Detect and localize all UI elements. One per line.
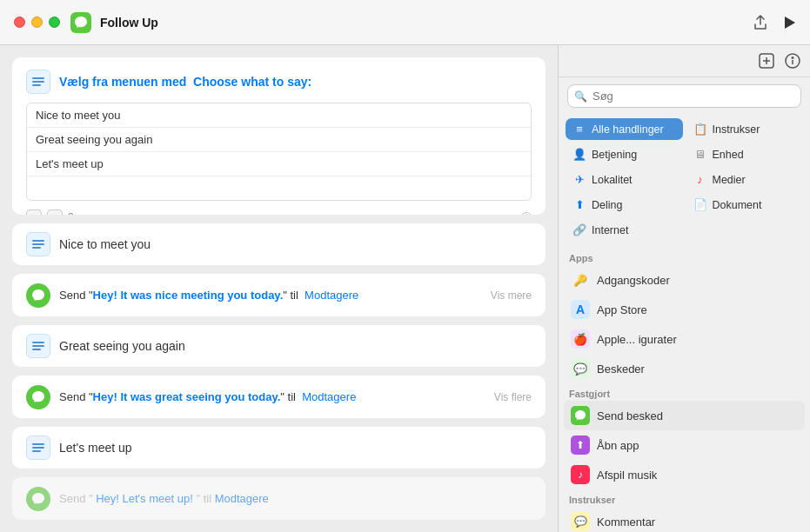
- category-grid: ≡ Alle handlinger 📋 Instrukser 👤 Betjeni…: [559, 115, 810, 248]
- svg-rect-6: [32, 247, 41, 249]
- title-actions: [753, 15, 796, 30]
- close-button[interactable]: [14, 17, 25, 28]
- step-label-2: Great seeing you again: [12, 325, 546, 368]
- action-adgangskoder[interactable]: 🔑 Adgangskoder: [564, 265, 805, 295]
- add-item-button[interactable]: +: [26, 209, 42, 215]
- internet-icon: 🔗: [572, 223, 586, 236]
- window-title: Follow Up: [100, 16, 753, 30]
- svg-point-18: [792, 57, 793, 59]
- dokument-icon: 📄: [693, 198, 707, 211]
- category-betjening-label: Betjening: [592, 149, 637, 161]
- left-panel: Vælg fra menuen med Choose what to say: …: [0, 45, 558, 532]
- category-lokalitet[interactable]: ✈ Lokalitet: [566, 169, 683, 190]
- apple-igurater-label: Apple... igurater: [597, 333, 677, 346]
- adgangskoder-label: Adgangskoder: [597, 274, 670, 287]
- vis-mere-2[interactable]: Vis flere: [494, 391, 532, 403]
- action-beskeder[interactable]: 💬 Beskeder: [564, 354, 805, 383]
- search-input[interactable]: [567, 84, 801, 108]
- svg-rect-12: [32, 450, 41, 452]
- app-icon: [70, 12, 91, 33]
- category-medier-label: Medier: [713, 174, 746, 186]
- choose-menu-icon: [26, 70, 50, 94]
- medier-icon: ♪: [693, 173, 707, 186]
- svg-rect-3: [32, 84, 41, 86]
- svg-rect-4: [32, 240, 44, 242]
- right-panel-header: [559, 45, 810, 77]
- afspil-musik-icon: ♪: [571, 465, 590, 484]
- remove-item-button[interactable]: —: [47, 209, 63, 215]
- action-apple-igurater[interactable]: 🍎 Apple... igurater: [564, 324, 805, 354]
- step-label-text-3: Let's meet up: [59, 441, 132, 455]
- svg-rect-9: [32, 349, 41, 350]
- search-box: 🔍: [567, 84, 801, 108]
- category-deling-label: Deling: [592, 199, 622, 211]
- category-internet[interactable]: 🔗 Internet: [566, 219, 683, 241]
- category-internet-label: Internet: [592, 224, 628, 236]
- action-send-besked[interactable]: Send besked: [564, 401, 805, 430]
- traffic-lights: [14, 17, 60, 28]
- choose-menu-header: Vælg fra menuen med Choose what to say:: [26, 70, 532, 94]
- play-button[interactable]: [782, 16, 796, 30]
- menu-footer: + — 3 emner ⓘ: [26, 208, 532, 215]
- send-recipient-2[interactable]: Modtagere: [302, 390, 356, 403]
- action-appstore[interactable]: A App Store: [564, 295, 805, 324]
- category-instrukser-label: Instrukser: [713, 123, 760, 136]
- category-all-label: Alle handlinger: [592, 123, 664, 136]
- category-medier[interactable]: ♪ Medier: [686, 169, 804, 190]
- step-icon-2: [26, 334, 50, 358]
- afspil-musik-label: Afspil musik: [597, 469, 657, 482]
- step-label-text-2: Great seeing you again: [59, 339, 185, 353]
- info-icon[interactable]: ⓘ: [521, 210, 532, 215]
- send-message-1: Hey! It was nice meeting you today.: [93, 289, 284, 302]
- info-button[interactable]: [784, 52, 801, 70]
- category-dokument-label: Dokument: [713, 199, 762, 211]
- main-container: Vælg fra menuen med Choose what to say: …: [0, 0, 810, 532]
- category-lokalitet-label: Lokalitet: [592, 174, 633, 186]
- step-label-1: Nice to meet you: [12, 223, 546, 266]
- category-dokument[interactable]: 📄 Dokument: [686, 194, 804, 216]
- category-instrukser[interactable]: 📋 Instrukser: [686, 118, 804, 140]
- step-label-3: Let's meet up: [12, 427, 546, 469]
- category-all[interactable]: ≡ Alle handlinger: [566, 118, 683, 140]
- choose-menu-static: Vælg fra menuen med: [59, 75, 186, 89]
- section-apps-header: Apps: [564, 248, 805, 265]
- kommentar-icon: 💬: [571, 512, 590, 531]
- send-prefix-1: Send ": [59, 289, 93, 302]
- choose-menu-link[interactable]: Choose what to say:: [193, 75, 311, 89]
- menu-item-empty: [27, 176, 531, 200]
- search-icon: 🔍: [574, 90, 587, 103]
- adgangskoder-icon: 🔑: [571, 270, 590, 289]
- beskeder-icon: 💬: [571, 359, 590, 378]
- svg-rect-2: [32, 81, 44, 83]
- send-icon-3: [26, 487, 50, 511]
- category-deling[interactable]: ⬆ Deling: [566, 194, 683, 216]
- action-afspil-musik[interactable]: ♪ Afspil musik: [564, 460, 805, 489]
- send-block-1: Send "Hey! It was nice meeting you today…: [12, 274, 546, 316]
- svg-rect-5: [32, 243, 44, 245]
- list-icon: ≡: [572, 123, 586, 136]
- step-icon-3: [26, 436, 50, 460]
- betjening-icon: 👤: [572, 148, 586, 161]
- deling-icon: ⬆: [572, 198, 586, 211]
- category-betjening[interactable]: 👤 Betjening: [566, 143, 683, 165]
- send-block-2: Send "Hey! It was great seeing you today…: [12, 376, 546, 418]
- appstore-icon: A: [571, 300, 590, 319]
- fullscreen-button[interactable]: [49, 17, 60, 28]
- minimize-button[interactable]: [31, 17, 43, 28]
- choose-menu-block: Vælg fra menuen med Choose what to say: …: [12, 57, 546, 215]
- action-list: Apps 🔑 Adgangskoder A App Store 🍎 Apple.…: [559, 248, 810, 532]
- add-action-button[interactable]: [758, 52, 775, 70]
- svg-rect-10: [32, 443, 44, 445]
- category-enhed[interactable]: 🖥 Enhed: [686, 143, 804, 165]
- step-icon-1: [26, 232, 50, 256]
- send-icon-2: [26, 385, 50, 409]
- send-prefix-2: Send ": [59, 390, 93, 403]
- action-kommentar[interactable]: 💬 Kommentar: [564, 507, 805, 532]
- send-recipient-1[interactable]: Modtagere: [305, 289, 358, 302]
- share-button[interactable]: [753, 15, 768, 30]
- section-instrukser-header: Instrukser: [564, 489, 805, 507]
- enhed-icon: 🖥: [693, 148, 707, 161]
- choose-menu-title: Vælg fra menuen med Choose what to say:: [59, 75, 311, 89]
- action-abn-app[interactable]: ⬆ Åbn app: [564, 430, 805, 460]
- vis-mere-1[interactable]: Vis mere: [491, 289, 532, 302]
